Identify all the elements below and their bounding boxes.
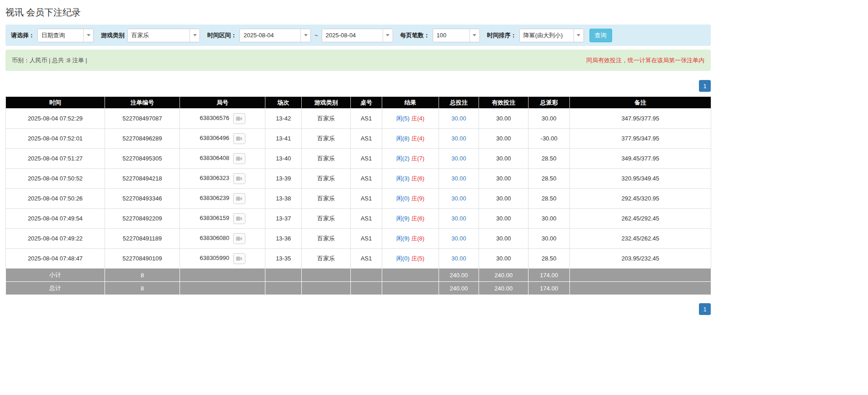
cell-time: 2025-08-04 07:52:01 (6, 129, 105, 149)
video-replay-button[interactable] (233, 113, 245, 124)
filter-label-game-type: 游戏类别 (101, 31, 125, 40)
video-replay-button[interactable] (233, 193, 245, 204)
table-body: 2025-08-04 07:52:29522708497087638306576… (6, 109, 711, 269)
cell-total-bet: 30.00 (439, 209, 479, 229)
chevron-down-icon[interactable] (83, 29, 93, 42)
result-banker: 庄(9) (411, 195, 424, 202)
video-replay-button[interactable] (233, 173, 245, 184)
video-camera-icon (236, 256, 242, 261)
game-type-input[interactable] (128, 29, 190, 42)
date-from-select[interactable] (239, 29, 311, 42)
cell-remark: 203.95/232.45 (570, 249, 711, 269)
cell-payout: 28.50 (529, 249, 570, 269)
cell-payout: 28.50 (529, 169, 570, 189)
search-button[interactable]: 查询 (589, 29, 612, 42)
video-replay-button[interactable] (233, 133, 245, 144)
footer-label: 小计 (6, 269, 105, 282)
footer-label: 总计 (6, 282, 105, 295)
round-id: 638306496 (200, 135, 229, 141)
filter-label-sort: 时间排序： (487, 31, 517, 40)
cell-table-no: AS1 (351, 189, 382, 209)
date-to-input[interactable] (322, 29, 383, 42)
total-bet-link[interactable]: 30.00 (451, 235, 466, 242)
cell-payout: 28.50 (529, 189, 570, 209)
round-id: 638306159 (200, 215, 229, 221)
total-bet-link[interactable]: 30.00 (451, 135, 466, 142)
total-bet-link[interactable]: 30.00 (451, 195, 466, 202)
footer-count: 8 (105, 282, 180, 295)
date-to-select[interactable] (322, 29, 393, 42)
result-banker: 庄(6) (411, 175, 424, 182)
cell-bet-id: 522708497087 (105, 109, 180, 129)
cell-round: 638306323 (180, 169, 265, 189)
total-bet-link[interactable]: 30.00 (451, 175, 466, 182)
chevron-down-icon[interactable] (190, 29, 200, 42)
cell-result: 闲(2)庄(7) (382, 149, 439, 169)
footer-empty-cell (382, 282, 439, 295)
table-row: 2025-08-04 07:48:47522708490109638305990… (6, 249, 711, 269)
page-size-select[interactable] (433, 29, 480, 42)
cell-bet-id: 522708491189 (105, 229, 180, 249)
cell-table-no: AS1 (351, 169, 382, 189)
cell-payout: 28.50 (529, 149, 570, 169)
round-id: 638306239 (200, 195, 229, 201)
footer-empty-cell (570, 282, 711, 295)
chevron-down-icon[interactable] (574, 29, 584, 42)
cell-result: 闲(5)庄(4) (382, 109, 439, 129)
video-replay-button[interactable] (233, 153, 245, 164)
page-size-input[interactable] (433, 29, 469, 42)
cell-session: 13-42 (265, 109, 302, 129)
cell-time: 2025-08-04 07:50:52 (6, 169, 105, 189)
cell-game-type: 百家乐 (302, 129, 351, 149)
video-replay-button[interactable] (233, 233, 245, 244)
cell-time: 2025-08-04 07:52:29 (6, 109, 105, 129)
chevron-down-icon[interactable] (383, 29, 393, 42)
col-header: 结果 (382, 97, 439, 109)
chevron-down-icon[interactable] (469, 29, 479, 42)
total-bet-link[interactable]: 30.00 (451, 255, 466, 262)
footer-empty-cell (351, 282, 382, 295)
cell-remark: 377.95/347.95 (570, 129, 711, 149)
filter-bar: 请选择： 游戏类别 时间区间： ~ 每页笔数： 时间排序： (5, 25, 711, 46)
video-replay-button[interactable] (233, 213, 245, 224)
chevron-down-icon[interactable] (300, 29, 310, 42)
total-bet-link[interactable]: 30.00 (451, 215, 466, 222)
date-type-select[interactable] (37, 29, 94, 42)
sort-order-select[interactable] (519, 29, 584, 42)
sort-order-input[interactable] (520, 29, 574, 42)
filter-label-page-size: 每页笔数： (400, 31, 430, 40)
total-bet-link[interactable]: 30.00 (451, 115, 466, 122)
date-from-input[interactable] (240, 29, 300, 42)
footer-empty-cell (302, 269, 351, 282)
col-header: 时间 (6, 97, 105, 109)
cell-total-bet: 30.00 (439, 249, 479, 269)
cell-round: 638305990 (180, 249, 265, 269)
cell-round: 638306408 (180, 149, 265, 169)
total-bet-link[interactable]: 30.00 (451, 155, 466, 162)
cell-result: 闲(0)庄(9) (382, 189, 439, 209)
bets-table: 时间注单编号局号场次游戏类别桌号结果总投注有效投注总派彩备注 2025-08-0… (5, 96, 711, 295)
footer-total-bet: 240.00 (439, 269, 479, 282)
cell-bet-id: 522708496289 (105, 129, 180, 149)
cell-bet-id: 522708495305 (105, 149, 180, 169)
result-banker: 庄(4) (411, 135, 424, 142)
page-button[interactable]: 1 (699, 80, 711, 92)
footer-empty-cell (265, 269, 302, 282)
game-type-select[interactable] (127, 29, 200, 42)
video-camera-icon (236, 136, 242, 141)
date-type-input[interactable] (38, 29, 83, 42)
video-replay-button[interactable] (233, 253, 245, 264)
page-button[interactable]: 1 (699, 303, 711, 315)
cell-bet-id: 522708494218 (105, 169, 180, 189)
cell-time: 2025-08-04 07:50:26 (6, 189, 105, 209)
footer-empty-cell (265, 282, 302, 295)
cell-remark: 349.45/377.95 (570, 149, 711, 169)
table-row: 2025-08-04 07:50:26522708493346638306239… (6, 189, 711, 209)
cell-result: 闲(9)庄(8) (382, 229, 439, 249)
col-header: 场次 (265, 97, 302, 109)
cell-game-type: 百家乐 (302, 249, 351, 269)
cell-bet-id: 522708492209 (105, 209, 180, 229)
round-id: 638306408 (200, 155, 229, 161)
cell-round: 638306496 (180, 129, 265, 149)
total-row: 总计8240.00240.00174.00 (6, 282, 711, 295)
